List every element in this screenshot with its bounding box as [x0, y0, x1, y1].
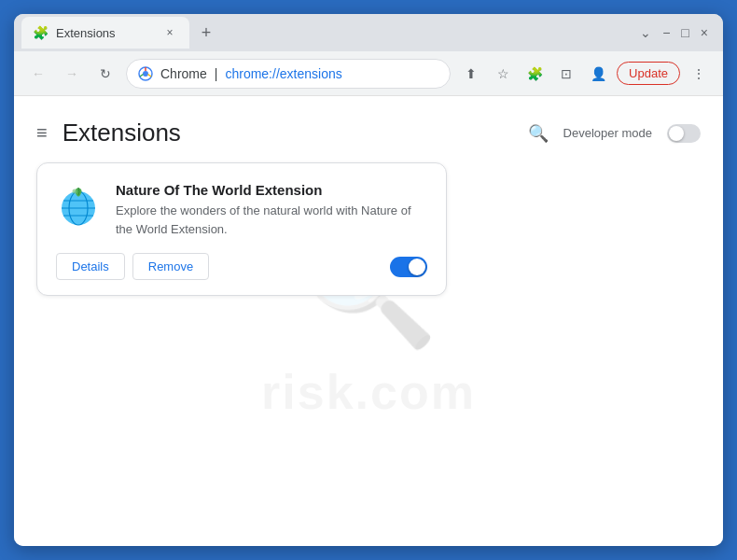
chevron-down-icon[interactable]: ⌄: [640, 25, 651, 40]
remove-button[interactable]: Remove: [132, 253, 209, 280]
extension-enabled-toggle[interactable]: [390, 257, 427, 277]
tab-puzzle-icon: 🧩: [33, 25, 49, 40]
extension-name: Nature Of The World Extension: [116, 182, 427, 198]
active-tab[interactable]: 🧩 Extensions ×: [21, 17, 189, 49]
bookmark-icon[interactable]: ☆: [490, 61, 516, 87]
extension-icon: [56, 182, 101, 227]
details-button[interactable]: Details: [56, 253, 125, 280]
address-separator: |: [215, 66, 218, 81]
browser-window: 🧩 Extensions × + ⌄ − □ × ← → ↻ Chrome |: [14, 14, 723, 546]
close-button[interactable]: ×: [701, 25, 708, 40]
page-title: Extensions: [63, 119, 181, 147]
refresh-button[interactable]: ↻: [92, 61, 118, 87]
share-icon[interactable]: ⬆: [458, 61, 484, 87]
chrome-logo-icon: [138, 66, 153, 81]
back-button[interactable]: ←: [25, 61, 51, 87]
address-url: chrome://extensions: [225, 66, 341, 81]
search-button[interactable]: 🔍: [528, 123, 549, 144]
sidebar-menu-icon[interactable]: ≡: [36, 122, 48, 144]
window-controls: ⌄ − □ ×: [640, 25, 716, 40]
toolbar: ← → ↻ Chrome | chrome://extensions ⬆ ☆ 🧩…: [14, 51, 723, 96]
title-bar: 🧩 Extensions × + ⌄ − □ ×: [14, 14, 723, 51]
extensions-icon[interactable]: 🧩: [521, 61, 548, 87]
extension-info: Nature Of The World Extension Explore th…: [116, 182, 427, 238]
svg-point-7: [73, 189, 77, 194]
extension-footer: Details Remove: [56, 253, 427, 280]
minimize-button[interactable]: −: [662, 25, 670, 40]
header-right: 🔍 Developer mode: [528, 123, 701, 144]
menu-icon[interactable]: ⋮: [686, 61, 712, 87]
extensions-list: Nature Of The World Extension Explore th…: [14, 162, 723, 296]
extension-description: Explore the wonders of the natural world…: [116, 202, 427, 238]
page-header: ≡ Extensions 🔍 Developer mode: [14, 96, 723, 162]
address-bar[interactable]: Chrome | chrome://extensions: [126, 59, 451, 89]
address-brand: Chrome: [160, 66, 207, 81]
update-button[interactable]: Update: [617, 62, 680, 85]
forward-button[interactable]: →: [59, 61, 85, 87]
toolbar-right: ⬆ ☆ 🧩 ⊡ 👤 Update ⋮: [458, 61, 712, 87]
svg-point-1: [143, 71, 148, 77]
page: 🔍 risk.com ≡ Extensions 🔍 Developer mode: [14, 96, 723, 546]
watermark-text: risk.com: [261, 364, 476, 420]
extension-toggle-wrap: [390, 257, 427, 277]
tab-close-button[interactable]: ×: [161, 24, 178, 41]
sidebar-icon[interactable]: ⊡: [553, 61, 579, 87]
tab-label: Extensions: [56, 26, 116, 40]
new-tab-button[interactable]: +: [193, 20, 219, 46]
extension-header: Nature Of The World Extension Explore th…: [56, 182, 427, 238]
profile-icon[interactable]: 👤: [585, 61, 611, 87]
maximize-button[interactable]: □: [681, 25, 688, 40]
developer-mode-label: Developer mode: [563, 126, 652, 140]
extension-card: Nature Of The World Extension Explore th…: [36, 162, 447, 296]
developer-mode-toggle[interactable]: [667, 124, 701, 143]
